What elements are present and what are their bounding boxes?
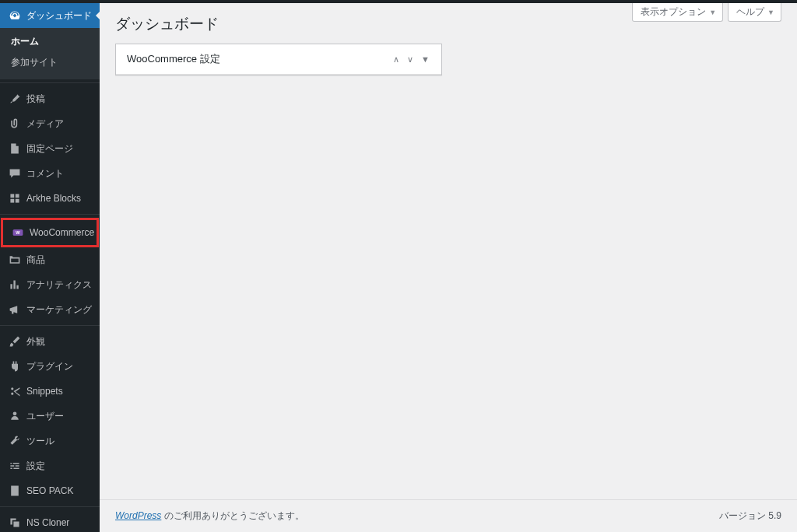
sidebar-item-label: SEO PACK	[26, 485, 73, 496]
scissors-icon	[8, 384, 22, 398]
separator	[0, 214, 100, 215]
sidebar-item-arkhe-blocks[interactable]: Arkhe Blocks	[0, 186, 100, 211]
page-icon	[8, 142, 22, 156]
svg-rect-3	[16, 199, 19, 203]
sidebar-item-products[interactable]: 商品	[0, 247, 100, 272]
footer-version: バージョン 5.9	[719, 509, 781, 523]
document-icon	[8, 484, 22, 498]
woocommerce-icon: W	[11, 226, 25, 240]
caret-down-icon: ▼	[767, 9, 774, 16]
sidebar-item-marketing[interactable]: マーケティング	[0, 297, 100, 322]
sidebar-item-snippets[interactable]: Snippets	[0, 379, 100, 404]
sidebar-item-analytics[interactable]: アナリティクス	[0, 272, 100, 297]
sidebar-item-ns-cloner[interactable]: NS Cloner	[0, 510, 100, 532]
separator	[0, 506, 100, 507]
sidebar-item-label: プラグイン	[26, 360, 73, 373]
move-up-button[interactable]: ∧	[389, 54, 403, 65]
highlight-annotation: W WooCommerce	[1, 218, 99, 247]
screen-meta-links: 表示オプション ▼ ヘルプ ▼	[632, 3, 781, 22]
screen-options-button[interactable]: 表示オプション ▼	[632, 3, 723, 22]
sidebar-item-seo-pack[interactable]: SEO PACK	[0, 478, 100, 503]
sidebar-item-label: Arkhe Blocks	[26, 193, 81, 204]
sidebar-subitem-network-sites[interactable]: 参加サイト	[0, 52, 100, 73]
footer-thanks-text: のご利用ありがとうございます。	[161, 510, 304, 521]
admin-footer: WordPress のご利用ありがとうございます。 バージョン 5.9	[100, 499, 797, 532]
sidebar-item-label: ユーザー	[26, 410, 64, 423]
toggle-panel-button[interactable]: ▼	[417, 54, 434, 64]
sliders-icon	[8, 459, 22, 473]
sidebar-submenu-dashboard: ホーム 参加サイト	[0, 28, 100, 79]
help-button[interactable]: ヘルプ ▼	[728, 3, 781, 22]
sidebar-item-users[interactable]: ユーザー	[0, 404, 100, 429]
pin-icon	[8, 92, 22, 106]
brush-icon	[8, 334, 22, 348]
sidebar-item-label: コメント	[26, 167, 64, 180]
postbox-woocommerce-settings: WooCommerce 設定 ∧ ∨ ▼	[115, 44, 442, 75]
sidebar-item-woocommerce[interactable]: W WooCommerce	[3, 220, 97, 245]
comment-icon	[8, 166, 22, 180]
sidebar-item-appearance[interactable]: 外観	[0, 329, 100, 354]
users-icon	[8, 409, 22, 423]
sidebar-item-label: ツール	[26, 435, 54, 448]
sidebar-item-label: マーケティング	[26, 303, 92, 317]
svg-text:W: W	[16, 230, 20, 235]
sidebar-item-label: 設定	[26, 460, 45, 473]
wrench-icon	[8, 434, 22, 448]
main-content: 表示オプション ▼ ヘルプ ▼ ダッシュボード WooCommerce 設定 ∧…	[100, 3, 797, 532]
analytics-icon	[8, 278, 22, 292]
sidebar-item-label: 固定ページ	[26, 142, 73, 156]
plug-icon	[8, 359, 22, 373]
sidebar-item-plugins[interactable]: プラグイン	[0, 354, 100, 379]
button-label: ヘルプ	[736, 5, 764, 19]
sidebar-item-label: 外観	[26, 335, 45, 348]
sidebar-item-tools[interactable]: ツール	[0, 429, 100, 453]
sidebar-item-dashboard[interactable]: ダッシュボード	[0, 3, 100, 28]
svg-rect-1	[16, 194, 19, 198]
sidebar-item-posts[interactable]: 投稿	[0, 86, 100, 111]
sidebar-item-label: Snippets	[26, 386, 63, 397]
sidebar-item-settings[interactable]: 設定	[0, 453, 100, 478]
sidebar-item-label: NS Cloner	[26, 517, 69, 528]
blocks-icon	[8, 191, 22, 205]
sidebar-item-label: 投稿	[26, 93, 45, 106]
svg-rect-0	[10, 194, 14, 198]
products-icon	[8, 253, 22, 267]
sidebar-item-pages[interactable]: 固定ページ	[0, 136, 100, 161]
postbox-title: WooCommerce 設定	[127, 52, 389, 66]
sidebar-subitem-home[interactable]: ホーム	[0, 31, 100, 52]
wordpress-link[interactable]: WordPress	[115, 510, 161, 521]
separator	[0, 325, 100, 326]
separator	[0, 82, 100, 83]
postbox-header: WooCommerce 設定 ∧ ∨ ▼	[116, 44, 441, 75]
megaphone-icon	[8, 303, 22, 317]
sidebar-item-label: 商品	[26, 254, 45, 267]
media-icon	[8, 117, 22, 131]
sidebar-item-comments[interactable]: コメント	[0, 161, 100, 186]
clone-icon	[8, 516, 22, 530]
sidebar-item-label: WooCommerce	[30, 227, 94, 238]
admin-sidebar: ダッシュボード ホーム 参加サイト 投稿 メディア 固定ページ	[0, 3, 100, 532]
button-label: 表示オプション	[641, 5, 706, 19]
sidebar-item-label: ダッシュボード	[26, 9, 92, 23]
footer-thanks: WordPress のご利用ありがとうございます。	[115, 509, 304, 523]
sidebar-item-media[interactable]: メディア	[0, 111, 100, 136]
svg-rect-2	[10, 199, 14, 203]
move-down-button[interactable]: ∨	[403, 54, 417, 65]
sidebar-item-label: アナリティクス	[26, 278, 92, 292]
caret-down-icon: ▼	[709, 9, 716, 16]
sidebar-item-label: メディア	[26, 117, 64, 131]
dashboard-icon	[8, 9, 22, 23]
